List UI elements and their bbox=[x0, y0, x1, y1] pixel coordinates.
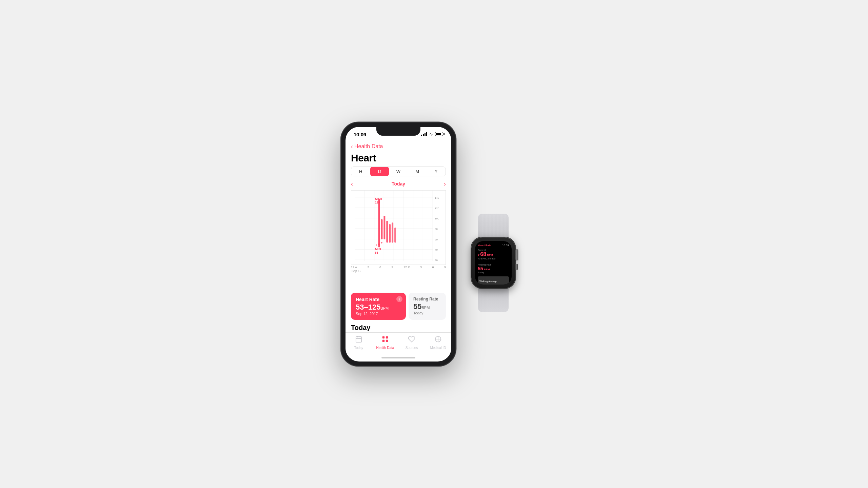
chart-x-labels: 12 A 3 6 9 12 P 3 6 9 bbox=[351, 265, 446, 269]
wifi-icon: ∿ bbox=[429, 132, 433, 137]
watch-time: 10:09 bbox=[502, 244, 509, 247]
heart-icon bbox=[408, 335, 415, 345]
watch-current-label: Current bbox=[478, 249, 509, 251]
svg-text:120: 120 bbox=[435, 207, 439, 210]
tab-health-data[interactable]: Health Data bbox=[372, 335, 398, 350]
tab-h[interactable]: H bbox=[351, 167, 370, 176]
heart-rate-date: Sep 12, 2017 bbox=[356, 312, 401, 316]
x-label-12p: 12 P bbox=[403, 266, 410, 269]
resting-rate-card[interactable]: Resting Rate 55BPM Today bbox=[409, 293, 446, 320]
svg-rect-25 bbox=[394, 228, 396, 243]
back-nav[interactable]: ‹ Health Data bbox=[346, 142, 451, 152]
tab-sources[interactable]: Sources bbox=[398, 335, 425, 350]
watch-band-top bbox=[478, 214, 509, 237]
date-prev-button[interactable]: ‹ bbox=[351, 180, 353, 188]
x-label-6: 6 bbox=[379, 266, 381, 269]
heart-rate-card[interactable]: Heart Rate i 53–125BPM Sep 12, 2017 bbox=[351, 293, 406, 320]
time-tabs: H D W M Y bbox=[351, 167, 446, 176]
watch-current-sub: 75 BPM, 2m ago bbox=[478, 257, 509, 260]
battery-icon bbox=[435, 132, 443, 136]
watch-resting-value-row: 55 BPM bbox=[478, 266, 509, 271]
svg-text:140: 140 bbox=[435, 196, 439, 199]
watch-header: Heart Rate 10:09 bbox=[478, 244, 509, 247]
resting-rate-date: Today bbox=[413, 311, 441, 315]
iphone-device: 10:09 ∿ ‹ Health Data bbox=[341, 122, 456, 366]
x-label-12a: 12 A bbox=[351, 266, 357, 269]
tab-medical-id-label: Medical ID bbox=[430, 346, 446, 350]
watch-resting-value: 55 bbox=[478, 266, 483, 271]
date-nav: ‹ Today › bbox=[346, 179, 451, 189]
watch-current-unit: BPM bbox=[487, 254, 493, 257]
tab-y[interactable]: Y bbox=[427, 167, 446, 176]
medical-id-icon bbox=[434, 335, 442, 345]
svg-rect-40 bbox=[382, 336, 384, 338]
status-time: 10:09 bbox=[354, 132, 366, 137]
tab-w[interactable]: W bbox=[389, 167, 408, 176]
watch-band-bottom bbox=[478, 288, 509, 312]
watch-current-value: 68 bbox=[480, 252, 486, 257]
watch-resting-section: Resting Rate 55 BPM Today bbox=[478, 263, 509, 274]
svg-rect-21 bbox=[383, 216, 385, 239]
tab-sources-label: Sources bbox=[406, 346, 418, 350]
watch-app-title: Heart Rate bbox=[478, 244, 491, 247]
tab-m[interactable]: M bbox=[408, 167, 427, 176]
watch-current-section: Current ♥ 68 BPM 75 BPM, 2m ago bbox=[478, 249, 509, 260]
tab-medical-id[interactable]: Medical ID bbox=[425, 335, 451, 350]
resting-rate-title: Resting Rate bbox=[413, 297, 441, 301]
heart-rate-unit: BPM bbox=[380, 306, 389, 310]
watch-heart-icon: ♥ bbox=[478, 253, 479, 257]
signal-bars-icon bbox=[421, 132, 427, 136]
home-indicator-bar bbox=[381, 357, 415, 358]
svg-rect-20 bbox=[381, 219, 382, 239]
watch-side-button bbox=[515, 264, 518, 270]
calendar-icon bbox=[355, 335, 362, 345]
data-cards: Heart Rate i 53–125BPM Sep 12, 2017 Rest… bbox=[351, 293, 446, 320]
svg-text:80: 80 bbox=[435, 227, 438, 230]
watch-resting-unit: BPM bbox=[484, 268, 490, 271]
heart-rate-value: 53–125BPM bbox=[356, 304, 401, 311]
date-next-button[interactable]: › bbox=[444, 180, 446, 188]
svg-rect-43 bbox=[386, 339, 388, 341]
x-label-3: 3 bbox=[368, 266, 369, 269]
svg-rect-23 bbox=[389, 224, 391, 243]
date-label: Today bbox=[392, 181, 405, 187]
svg-rect-41 bbox=[386, 336, 388, 338]
svg-text:20: 20 bbox=[435, 259, 438, 262]
today-section-title: Today bbox=[346, 323, 451, 332]
watch-body: Heart Rate 10:09 Current ♥ 68 BPM 75 BPM… bbox=[471, 237, 515, 288]
status-icons: ∿ bbox=[421, 132, 443, 137]
svg-text:53: 53 bbox=[375, 251, 378, 254]
scene: 10:09 ∿ ‹ Health Data bbox=[248, 92, 620, 397]
watch-walking-button[interactable]: Walking Average bbox=[478, 276, 509, 285]
svg-rect-22 bbox=[386, 221, 388, 242]
watch-resting-label: Resting Rate bbox=[478, 263, 509, 266]
resting-rate-value: 55BPM bbox=[413, 303, 441, 310]
x-label-6p: 6 bbox=[432, 266, 434, 269]
home-indicator bbox=[346, 357, 451, 359]
resting-rate-unit: BPM bbox=[421, 306, 430, 310]
back-label: Health Data bbox=[354, 143, 383, 150]
x-label-3p: 3 bbox=[420, 266, 422, 269]
tab-today-label: Today bbox=[354, 346, 363, 350]
svg-rect-36 bbox=[356, 336, 362, 342]
app-content: ‹ Health Data Heart H D W M Y ‹ Today bbox=[346, 142, 451, 362]
x-label-9p: 9 bbox=[444, 266, 446, 269]
svg-point-27 bbox=[381, 242, 382, 243]
tab-today[interactable]: Today bbox=[346, 335, 372, 350]
heart-rate-card-title: Heart Rate bbox=[356, 297, 401, 302]
svg-text:100: 100 bbox=[435, 217, 439, 220]
tab-bar: Today Health Data bbox=[346, 332, 451, 357]
tab-d[interactable]: D bbox=[370, 167, 389, 176]
iphone-notch bbox=[376, 127, 420, 136]
iphone-screen: 10:09 ∿ ‹ Health Data bbox=[346, 127, 451, 362]
chart-date-label: Sep 12 bbox=[351, 269, 446, 273]
svg-text:MIN: MIN bbox=[375, 247, 381, 251]
watch-crown bbox=[515, 249, 518, 260]
svg-text:60: 60 bbox=[435, 238, 438, 241]
svg-rect-42 bbox=[382, 339, 384, 341]
watch-current-value-row: ♥ 68 BPM bbox=[478, 252, 509, 257]
svg-text:40: 40 bbox=[435, 248, 438, 251]
info-icon[interactable]: i bbox=[396, 296, 402, 302]
svg-point-28 bbox=[376, 244, 377, 246]
apple-watch-device: Heart Rate 10:09 Current ♥ 68 BPM 75 BPM… bbox=[459, 214, 527, 309]
